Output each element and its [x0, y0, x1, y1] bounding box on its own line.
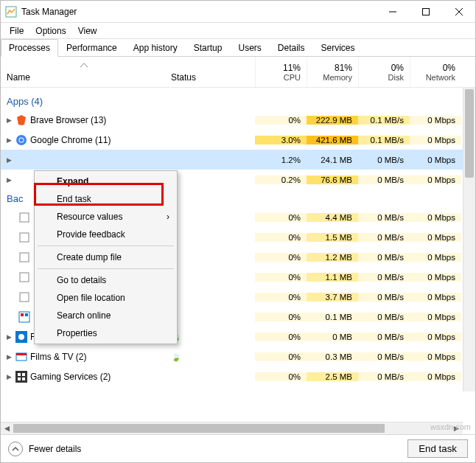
- disk-cell: 0.1 MB/s: [358, 116, 410, 125]
- ctx-open-file-location[interactable]: Open file location: [36, 289, 175, 307]
- tab-users[interactable]: Users: [230, 39, 269, 57]
- tab-app-history[interactable]: App history: [125, 39, 186, 57]
- tab-processes[interactable]: Processes: [1, 39, 58, 57]
- app-generic-icon: [18, 212, 30, 223]
- svg-rect-2: [422, 8, 429, 15]
- chevron-right-icon[interactable]: ▶: [5, 176, 13, 184]
- svg-rect-22: [22, 373, 25, 376]
- table-row[interactable]: ▶ Gaming Services (2) 0% 2.5 MB 0 MB/s 0…: [1, 366, 475, 386]
- cpu-label: CPU: [284, 73, 301, 82]
- table-row[interactable]: ▶ Films & TV (2) 🍃 0% 0.3 MB 0 MB/s 0 Mb…: [1, 347, 475, 366]
- cpu-cell: 3.0%: [255, 136, 307, 145]
- memory-pct: 81%: [335, 63, 352, 73]
- context-menu: Expand End task Resource values Provide …: [34, 170, 178, 344]
- column-name[interactable]: Name: [1, 57, 167, 87]
- menu-options[interactable]: Options: [29, 24, 71, 38]
- horizontal-scrollbar[interactable]: ◄ ►: [1, 422, 463, 434]
- tab-services[interactable]: Services: [313, 39, 363, 57]
- tab-startup[interactable]: Startup: [186, 39, 231, 57]
- net-cell: 0 Mbps: [410, 156, 461, 164]
- brave-icon: [15, 114, 27, 126]
- minimize-button[interactable]: [376, 1, 409, 22]
- net-cell: 0 Mbps: [410, 116, 461, 125]
- chrome-icon: [15, 134, 27, 146]
- chevron-right-icon[interactable]: ▶: [5, 353, 13, 361]
- scroll-left-icon[interactable]: ◄: [1, 422, 13, 434]
- scrollbar-thumb[interactable]: [13, 424, 385, 433]
- menu-view[interactable]: View: [72, 24, 103, 38]
- cpu-pct: 11%: [283, 63, 301, 73]
- disk-cell: 0.1 MB/s: [358, 136, 410, 145]
- table-row[interactable]: ▶ Google Chrome (11) 3.0% 421.6 MB 0.1 M…: [1, 130, 475, 150]
- ctx-end-task[interactable]: End task: [36, 190, 175, 208]
- svg-rect-24: [22, 377, 25, 380]
- svg-rect-9: [20, 233, 29, 242]
- process-name: Brave Browser (13): [30, 115, 106, 125]
- end-task-button[interactable]: End task: [407, 439, 468, 458]
- chevron-right-icon[interactable]: ▶: [5, 333, 13, 341]
- ctx-create-dump[interactable]: Create dump file: [36, 248, 175, 266]
- ctx-separator: [38, 246, 174, 246]
- svg-point-17: [18, 334, 24, 340]
- disk-label: Disk: [388, 73, 404, 82]
- chevron-right-icon[interactable]: ▶: [5, 136, 13, 144]
- ctx-go-to-details[interactable]: Go to details: [36, 271, 175, 289]
- column-name-label: Name: [7, 72, 30, 83]
- table-row-selected[interactable]: ▶ 1.2% 24.1 MB 0 MB/s 0 Mbps: [1, 150, 475, 170]
- cpu-cell: 0%: [255, 116, 307, 125]
- fewer-details-toggle[interactable]: Fewer details: [8, 442, 81, 456]
- ctx-resource-values[interactable]: Resource values: [36, 208, 175, 226]
- column-network[interactable]: 0% Network: [410, 57, 461, 87]
- column-status[interactable]: Status: [167, 57, 255, 87]
- watermark: wsxdn.com: [430, 422, 471, 431]
- films-tv-icon: [15, 351, 27, 363]
- chevron-right-icon[interactable]: ▶: [5, 116, 13, 124]
- svg-rect-15: [25, 313, 28, 316]
- process-name: Films & TV (2): [30, 352, 86, 362]
- task-manager-window: Task Manager File Options View Processes…: [0, 0, 476, 463]
- svg-rect-11: [20, 273, 29, 282]
- svg-rect-8: [20, 213, 29, 222]
- app-generic-icon: [18, 232, 30, 243]
- svg-rect-20: [15, 371, 27, 383]
- mem-cell: 76.6 MB: [307, 175, 358, 184]
- process-name: Google Chrome (11): [30, 135, 111, 145]
- fewer-details-label: Fewer details: [29, 444, 81, 454]
- column-disk[interactable]: 0% Disk: [358, 57, 410, 87]
- disk-pct: 0%: [391, 63, 404, 73]
- scrollbar-thumb[interactable]: [465, 89, 474, 178]
- svg-rect-21: [18, 373, 21, 376]
- tab-bar: Processes Performance App history Startu…: [1, 39, 475, 57]
- menu-file[interactable]: File: [4, 24, 29, 38]
- titlebar: Task Manager: [1, 1, 475, 23]
- footer: Fewer details End task: [1, 434, 475, 462]
- vertical-scrollbar[interactable]: [463, 88, 475, 391]
- maximize-button[interactable]: [409, 1, 442, 22]
- feeds-icon: [15, 331, 27, 343]
- tab-details[interactable]: Details: [270, 39, 313, 57]
- svg-rect-12: [20, 293, 29, 302]
- app-generic-icon: [18, 271, 30, 283]
- window-title: Task Manager: [21, 7, 77, 17]
- column-header-row: Name Status 11% CPU 81% Memory 0% Disk 0…: [1, 57, 475, 88]
- ctx-provide-feedback[interactable]: Provide feedback: [36, 226, 175, 243]
- column-cpu[interactable]: 11% CPU: [255, 57, 307, 87]
- group-apps[interactable]: Apps (4): [1, 88, 475, 110]
- ctx-expand[interactable]: Expand: [36, 173, 175, 190]
- ctx-search-online[interactable]: Search online: [36, 307, 175, 324]
- tab-performance[interactable]: Performance: [58, 39, 125, 57]
- mem-cell: 222.9 MB: [307, 116, 358, 125]
- app-generic-icon: [15, 154, 27, 166]
- svg-rect-19: [16, 353, 27, 355]
- table-row[interactable]: ▶ Brave Browser (13) 0% 222.9 MB 0.1 MB/…: [1, 110, 475, 130]
- ctx-properties[interactable]: Properties: [36, 324, 175, 342]
- app-generic-icon: [18, 251, 30, 263]
- net-cell: 0 Mbps: [410, 136, 461, 145]
- chevron-right-icon[interactable]: ▶: [5, 373, 13, 380]
- process-name: Gaming Services (2): [30, 372, 111, 382]
- memory-label: Memory: [323, 73, 352, 82]
- chevron-right-icon[interactable]: ▶: [5, 156, 13, 164]
- mem-cell: 421.6 MB: [307, 136, 358, 145]
- column-memory[interactable]: 81% Memory: [307, 57, 358, 87]
- close-button[interactable]: [442, 1, 475, 22]
